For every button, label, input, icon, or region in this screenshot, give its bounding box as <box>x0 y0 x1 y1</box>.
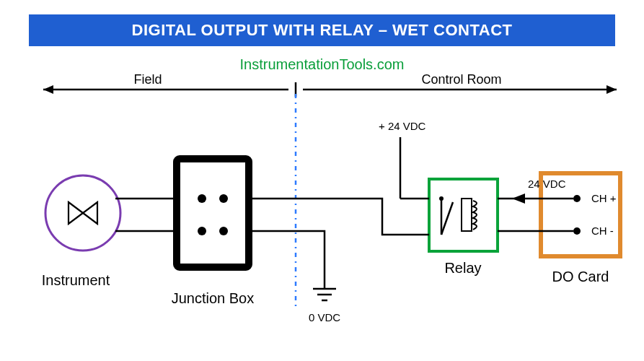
ch-minus-label: CH - <box>591 225 614 237</box>
supply-24vdc <box>400 137 429 199</box>
svg-marker-1 <box>43 85 53 94</box>
ch-plus-label: CH + <box>591 192 617 204</box>
plus24-label: + 24 VDC <box>379 120 426 132</box>
diagram-title: DIGITAL OUTPUT WITH RELAY – WET CONTACT <box>132 21 513 40</box>
zone-field-label: Field <box>133 72 162 87</box>
ground-symbol <box>313 289 336 300</box>
relay-box <box>429 179 498 251</box>
relay-label: Relay <box>444 260 481 276</box>
zone-controlroom-label: Control Room <box>421 72 501 87</box>
svg-point-9 <box>198 227 206 235</box>
wire-jb-relay <box>245 199 429 235</box>
svg-point-10 <box>219 227 228 235</box>
diagram-canvas: Field Control Room Instrument Junction B… <box>0 72 644 361</box>
zone-divider-line <box>43 82 617 97</box>
instrument-symbol <box>45 175 120 251</box>
svg-rect-11 <box>429 179 498 251</box>
arrow-24vdc-label: 24 VDC <box>528 178 566 190</box>
svg-point-14 <box>439 196 444 201</box>
junction-box <box>177 159 249 267</box>
svg-line-13 <box>441 202 453 235</box>
svg-point-17 <box>573 195 581 202</box>
svg-rect-6 <box>177 159 249 267</box>
junction-box-label: Junction Box <box>172 290 255 306</box>
svg-point-8 <box>219 194 228 203</box>
arrow-24vdc-icon <box>512 193 525 204</box>
zero-vdc-label: 0 VDC <box>309 311 340 323</box>
svg-marker-3 <box>606 85 617 94</box>
instrument-label: Instrument <box>42 272 110 288</box>
do-card-label: DO Card <box>552 269 609 284</box>
title-bar: DIGITAL OUTPUT WITH RELAY – WET CONTACT <box>29 14 615 46</box>
svg-point-7 <box>198 194 206 203</box>
svg-point-18 <box>573 227 581 235</box>
site-label: InstrumentationTools.com <box>0 56 644 73</box>
svg-rect-15 <box>462 199 472 231</box>
wire-jb-ground <box>245 231 325 289</box>
